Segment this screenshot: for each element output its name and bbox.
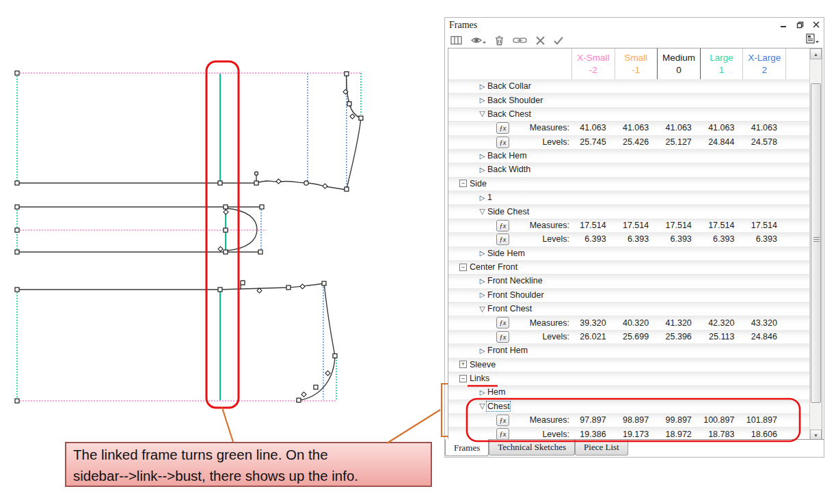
measures-row[interactable]: ƒxMeasures:39.32040.32041.32042.32043.32… bbox=[448, 316, 810, 329]
measures-row[interactable]: ƒxMeasures:41.06341.06341.06341.06341.06… bbox=[448, 121, 810, 135]
size-column-large[interactable]: Large1 bbox=[700, 48, 743, 79]
collapsed-triangle-icon[interactable]: ▷ bbox=[478, 83, 487, 90]
collapsed-triangle-icon[interactable]: ▷ bbox=[478, 347, 487, 354]
vertical-scrollbar[interactable]: ▲ ▼ bbox=[809, 48, 822, 440]
close-icon[interactable] bbox=[811, 20, 821, 29]
value-cell[interactable]: 25.426 bbox=[615, 135, 658, 149]
value-cell[interactable]: 6.393 bbox=[615, 232, 658, 246]
value-cell[interactable]: 40.320 bbox=[615, 316, 658, 329]
pattern-point-nodes[interactable] bbox=[15, 71, 363, 403]
value-cell[interactable]: 6.393 bbox=[571, 232, 615, 246]
apply-check-icon[interactable] bbox=[554, 36, 564, 45]
scroll-up-icon[interactable]: ▲ bbox=[810, 48, 822, 59]
measures-row[interactable]: ƒxMeasures:97.89798.89799.897100.897101.… bbox=[448, 413, 810, 427]
tree-row-sleeve[interactable]: +Sleeve bbox=[448, 358, 810, 372]
collapsed-triangle-icon[interactable]: ▷ bbox=[478, 389, 487, 396]
tree-row-side-chest[interactable]: ▽Side Chest bbox=[448, 204, 810, 218]
value-cell[interactable]: 97.897 bbox=[571, 413, 615, 427]
tree-row-center-front[interactable]: −Center Front bbox=[448, 260, 810, 274]
fx-formula-icon[interactable]: ƒx bbox=[496, 220, 509, 232]
frames-panel-titlebar[interactable]: Frames bbox=[445, 18, 824, 33]
value-cell[interactable]: 6.393 bbox=[700, 232, 743, 246]
value-cell[interactable]: 25.699 bbox=[615, 330, 658, 344]
value-cell[interactable]: 39.320 bbox=[571, 316, 615, 329]
value-cell[interactable]: 26.021 bbox=[571, 330, 615, 344]
tree-row-front-chest[interactable]: ▽Front Chest bbox=[448, 302, 810, 316]
fx-formula-icon[interactable]: ƒx bbox=[496, 428, 509, 440]
value-cell[interactable]: 43.320 bbox=[742, 316, 785, 329]
value-cell[interactable]: 6.393 bbox=[657, 232, 700, 246]
fx-formula-icon[interactable]: ƒx bbox=[496, 122, 509, 134]
value-cell[interactable]: 41.063 bbox=[615, 121, 658, 135]
tree-row-back-shoulder[interactable]: ▷Back Shoulder bbox=[448, 93, 810, 107]
value-cell[interactable]: 17.514 bbox=[742, 219, 785, 232]
collapsed-triangle-icon[interactable]: ▷ bbox=[478, 152, 487, 160]
visibility-icon[interactable] bbox=[471, 36, 486, 45]
collapsed-triangle-icon[interactable]: ▷ bbox=[478, 277, 487, 285]
fx-formula-icon[interactable]: ƒx bbox=[496, 415, 509, 426]
tree-row-front-shoulder[interactable]: ▷Front Shoulder bbox=[448, 288, 810, 302]
tree-row-links[interactable]: −Links bbox=[448, 372, 810, 385]
fx-formula-icon[interactable]: ƒx bbox=[496, 317, 509, 328]
collapse-box-icon[interactable]: − bbox=[459, 375, 467, 382]
fx-formula-icon[interactable]: ƒx bbox=[496, 331, 509, 343]
collapsed-triangle-icon[interactable]: ▷ bbox=[478, 291, 487, 298]
tree-row-side-hem[interactable]: ▷Side Hem bbox=[448, 247, 810, 260]
value-cell[interactable]: 42.320 bbox=[700, 316, 743, 329]
value-cell[interactable]: 17.514 bbox=[615, 219, 658, 232]
tree-row-back-hem[interactable]: ▷Back Hem bbox=[448, 149, 810, 163]
value-cell[interactable]: 6.393 bbox=[742, 232, 785, 246]
tree-row-1[interactable]: ▷1 bbox=[448, 191, 810, 204]
table-view-icon[interactable] bbox=[450, 36, 462, 45]
value-cell[interactable]: 41.063 bbox=[742, 121, 785, 135]
value-cell[interactable]: 17.514 bbox=[700, 219, 743, 232]
scrollbar-thumb[interactable] bbox=[811, 83, 821, 403]
value-cell[interactable]: 25.396 bbox=[657, 330, 700, 344]
value-cell[interactable]: 17.514 bbox=[571, 219, 615, 232]
expanded-triangle-icon[interactable]: ▽ bbox=[478, 109, 487, 118]
value-cell[interactable]: 101.897 bbox=[742, 413, 785, 427]
size-column-medium[interactable]: Medium0 bbox=[657, 48, 700, 79]
tab-frames[interactable]: Frames bbox=[445, 439, 489, 456]
tree-row-chest[interactable]: ▽Chest bbox=[448, 400, 810, 413]
tree-row-front-hem[interactable]: ▷Front Hem bbox=[448, 344, 810, 357]
value-cell[interactable]: 25.745 bbox=[571, 135, 615, 149]
measures-row[interactable]: ƒxMeasures:17.51417.51417.51417.51417.51… bbox=[448, 219, 810, 232]
linked-frame-green-lines[interactable] bbox=[220, 74, 226, 400]
value-cell[interactable]: 100.897 bbox=[700, 413, 743, 427]
tree-row-hem[interactable]: ▷Hem bbox=[448, 385, 810, 399]
levels-row[interactable]: ƒxLevels:25.74525.42625.12724.84424.578 bbox=[448, 135, 810, 149]
value-cell[interactable]: 41.320 bbox=[657, 316, 700, 329]
fx-formula-icon[interactable]: ƒx bbox=[496, 234, 509, 245]
tree-row-side[interactable]: −Side bbox=[448, 177, 810, 191]
value-cell[interactable]: 24.846 bbox=[742, 330, 785, 344]
fx-formula-icon[interactable]: ƒx bbox=[496, 137, 509, 148]
expanded-triangle-icon[interactable]: ▽ bbox=[478, 207, 487, 216]
value-cell[interactable]: 24.578 bbox=[742, 135, 785, 149]
expanded-triangle-icon[interactable]: ▽ bbox=[478, 305, 487, 313]
expand-box-icon[interactable]: + bbox=[459, 361, 467, 368]
size-column-small[interactable]: Small-1 bbox=[615, 48, 658, 79]
panel-menu-icon[interactable] bbox=[805, 33, 820, 44]
value-cell[interactable]: 25.127 bbox=[657, 135, 700, 149]
levels-row[interactable]: ƒxLevels:26.02125.69925.39625.11324.846 bbox=[448, 330, 810, 344]
value-cell[interactable]: 17.514 bbox=[657, 219, 700, 232]
tree-row-back-chest[interactable]: ▽Back Chest bbox=[448, 107, 810, 121]
tree-row-back-collar[interactable]: ▷Back Collar bbox=[448, 79, 810, 93]
remove-x-icon[interactable] bbox=[536, 36, 545, 45]
collapse-box-icon[interactable]: − bbox=[459, 264, 467, 271]
link-icon[interactable] bbox=[513, 36, 527, 44]
collapsed-triangle-icon[interactable]: ▷ bbox=[478, 249, 487, 257]
minimize-icon[interactable] bbox=[779, 20, 788, 29]
collapsed-triangle-icon[interactable]: ▷ bbox=[478, 194, 487, 201]
value-cell[interactable]: 98.897 bbox=[615, 413, 658, 427]
tree-row-back-width[interactable]: ▷Back Width bbox=[448, 163, 810, 176]
size-column-x-small[interactable]: X-Small-2 bbox=[571, 48, 615, 79]
tree-row-front-neckline[interactable]: ▷Front Neckline bbox=[448, 274, 810, 288]
delete-icon[interactable] bbox=[495, 36, 504, 46]
value-cell[interactable]: 41.063 bbox=[700, 121, 743, 135]
value-cell[interactable]: 24.844 bbox=[700, 135, 743, 149]
expanded-triangle-icon[interactable]: ▽ bbox=[478, 402, 487, 410]
value-cell[interactable]: 25.113 bbox=[700, 330, 743, 344]
value-cell[interactable]: 41.063 bbox=[571, 121, 615, 135]
